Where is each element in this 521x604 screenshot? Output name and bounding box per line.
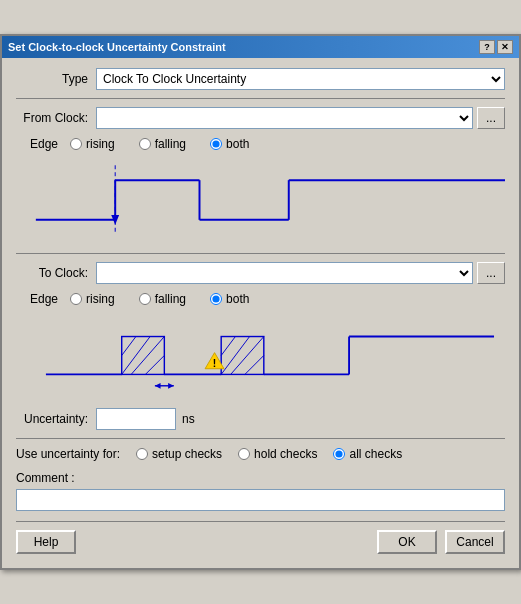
divider-3 [16, 438, 505, 439]
svg-line-14 [145, 355, 164, 374]
use-unc-setup-radio[interactable] [136, 448, 148, 460]
svg-line-20 [245, 355, 264, 374]
to-clock-browse-button[interactable]: ... [477, 262, 505, 284]
from-edge-falling-radio[interactable] [139, 138, 151, 150]
type-row: Type Clock To Clock Uncertainty [16, 68, 505, 90]
svg-text:!: ! [213, 358, 216, 369]
from-edge-rising-radio[interactable] [70, 138, 82, 150]
to-clock-select[interactable] [96, 262, 473, 284]
type-label: Type [16, 72, 96, 86]
ok-button[interactable]: OK [377, 530, 437, 554]
divider-4 [16, 521, 505, 522]
dialog-title: Set Clock-to-clock Uncertainty Constrain… [8, 41, 226, 53]
svg-rect-10 [122, 337, 165, 375]
button-row: Help OK Cancel [16, 530, 505, 558]
to-edge-falling-radio[interactable] [139, 293, 151, 305]
to-edge-both-radio[interactable] [210, 293, 222, 305]
dialog: Set Clock-to-clock Uncertainty Constrain… [0, 34, 521, 570]
dialog-body: Type Clock To Clock Uncertainty From Clo… [2, 58, 519, 568]
uncertainty-input[interactable] [96, 408, 176, 430]
use-unc-all[interactable]: all checks [333, 447, 402, 461]
from-edge-rising-label: rising [86, 137, 115, 151]
type-select[interactable]: Clock To Clock Uncertainty [96, 68, 505, 90]
help-button[interactable]: Help [16, 530, 76, 554]
comment-label: Comment : [16, 471, 505, 485]
to-edge-rising-radio[interactable] [70, 293, 82, 305]
use-uncertainty-row: Use uncertainty for: setup checks hold c… [16, 447, 505, 461]
from-edge-both-radio[interactable] [210, 138, 222, 150]
comment-input[interactable] [16, 489, 505, 511]
to-edge-falling-label: falling [155, 292, 186, 306]
use-unc-hold-label: hold checks [254, 447, 317, 461]
right-buttons: OK Cancel [377, 530, 505, 554]
svg-line-11 [122, 337, 136, 356]
to-waveform-svg: ! [16, 310, 505, 400]
from-clock-row: From Clock: ... [16, 107, 505, 129]
to-edge-both[interactable]: both [210, 292, 249, 306]
from-clock-label: From Clock: [16, 111, 96, 125]
divider-1 [16, 98, 505, 99]
to-clock-row: To Clock: ... [16, 262, 505, 284]
to-edge-rising-label: rising [86, 292, 115, 306]
from-waveform-svg [16, 155, 505, 245]
from-waveform [16, 155, 505, 245]
help-title-button[interactable]: ? [479, 40, 495, 54]
uncertainty-unit: ns [182, 412, 195, 426]
from-edge-label: Edge [30, 137, 70, 151]
use-unc-setup[interactable]: setup checks [136, 447, 222, 461]
use-unc-all-radio[interactable] [333, 448, 345, 460]
from-edge-both[interactable]: both [210, 137, 249, 151]
from-edge-rising[interactable]: rising [70, 137, 115, 151]
use-unc-hold-radio[interactable] [238, 448, 250, 460]
to-edge-both-label: both [226, 292, 249, 306]
to-edge-label: Edge [30, 292, 70, 306]
svg-rect-16 [221, 337, 264, 375]
close-title-button[interactable]: ✕ [497, 40, 513, 54]
use-uncertainty-label: Use uncertainty for: [16, 447, 120, 461]
to-clock-label: To Clock: [16, 266, 96, 280]
to-edge-falling[interactable]: falling [139, 292, 186, 306]
comment-section: Comment : [16, 471, 505, 511]
cancel-button[interactable]: Cancel [445, 530, 505, 554]
from-edge-both-label: both [226, 137, 249, 151]
use-unc-hold[interactable]: hold checks [238, 447, 317, 461]
uncertainty-row: Uncertainty: ns [16, 408, 505, 430]
from-clock-select[interactable] [96, 107, 473, 129]
from-edge-falling[interactable]: falling [139, 137, 186, 151]
to-edge-row: Edge rising falling both [30, 292, 505, 306]
divider-2 [16, 253, 505, 254]
to-waveform: ! [16, 310, 505, 400]
from-clock-browse-button[interactable]: ... [477, 107, 505, 129]
title-bar: Set Clock-to-clock Uncertainty Constrain… [2, 36, 519, 58]
use-unc-all-label: all checks [349, 447, 402, 461]
svg-marker-28 [168, 383, 174, 389]
uncertainty-label: Uncertainty: [16, 412, 96, 426]
to-edge-radio-group: rising falling both [70, 292, 249, 306]
from-edge-falling-label: falling [155, 137, 186, 151]
svg-line-17 [221, 337, 235, 356]
from-edge-row: Edge rising falling both [30, 137, 505, 151]
from-edge-radio-group: rising falling both [70, 137, 249, 151]
title-bar-buttons: ? ✕ [479, 40, 513, 54]
use-unc-setup-label: setup checks [152, 447, 222, 461]
to-edge-rising[interactable]: rising [70, 292, 115, 306]
svg-marker-27 [155, 383, 161, 389]
